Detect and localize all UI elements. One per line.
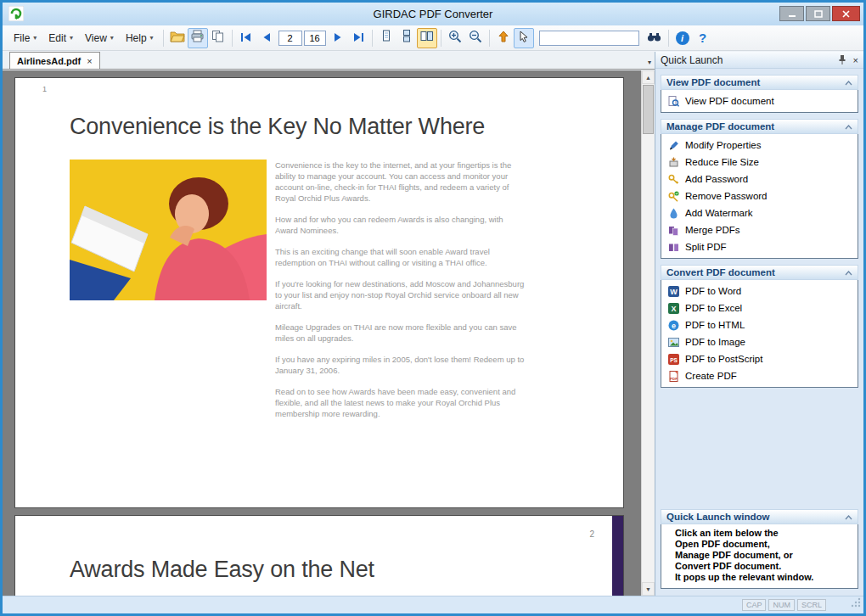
copy-button[interactable] — [208, 28, 228, 48]
section-header-view[interactable]: View PDF document — [661, 75, 858, 90]
ql-item-reduce-file-size[interactable]: Reduce File Size — [661, 154, 858, 171]
collapse-chevron-icon[interactable] — [845, 121, 852, 132]
quick-launch-info-text: Click an item below the Open PDF documen… — [661, 524, 858, 589]
toolbar-separator — [232, 30, 233, 47]
next-page-button[interactable] — [328, 28, 348, 48]
prev-page-button[interactable] — [256, 28, 277, 48]
scrollbar-thumb[interactable] — [643, 85, 654, 134]
tab-bar: AirlinesAd.pdf × ▾ — [3, 52, 655, 70]
menu-file-label: File — [14, 32, 30, 44]
pdf-page-1: 1 Convenience is the Key No Matter Where — [14, 77, 624, 508]
pdf-to-word-icon: W — [668, 286, 679, 297]
window-controls — [779, 6, 860, 21]
pin-icon[interactable] — [838, 54, 846, 65]
facing-view-button[interactable] — [417, 28, 437, 48]
info-button[interactable]: i — [672, 28, 693, 48]
section-view-pdf: View PDF document View PDF document — [661, 75, 858, 113]
section-body: W PDF to Word X PDF to Excel e PDF to HT… — [661, 280, 858, 388]
print-button[interactable] — [188, 28, 208, 48]
single-page-view-icon — [380, 30, 392, 46]
ql-item-label: PDF to Excel — [685, 303, 742, 313]
collapse-chevron-icon[interactable] — [845, 267, 852, 277]
menu-view[interactable]: View ▾ — [79, 29, 120, 48]
first-page-icon — [240, 31, 252, 46]
document-view[interactable]: 1 Convenience is the Key No Matter Where — [3, 70, 655, 596]
last-page-button[interactable] — [348, 28, 368, 48]
menu-help[interactable]: Help ▾ — [120, 29, 160, 48]
toolbar-separator — [372, 30, 373, 47]
menu-file[interactable]: File ▾ — [8, 29, 42, 48]
page-number: 2 — [589, 529, 594, 539]
single-page-view-button[interactable] — [376, 28, 396, 48]
tab-menu-button[interactable]: ▾ — [648, 59, 651, 66]
menu-edit[interactable]: Edit ▾ — [42, 29, 79, 48]
ql-item-label: Create PDF — [685, 371, 737, 381]
ql-item-pdf-to-image[interactable]: PDF to Image — [661, 333, 858, 350]
ql-item-pdf-to-postscript[interactable]: PS PDF to PostScript — [661, 350, 858, 367]
keyboard-indicators: CAP NUM SCRL — [742, 599, 826, 611]
tab-label: AirlinesAd.pdf — [17, 56, 81, 66]
ql-item-label: Merge PDFs — [685, 225, 740, 235]
resize-grip[interactable] — [851, 596, 861, 611]
title-bar[interactable]: GIRDAC PDF Converter — [3, 3, 863, 25]
search-input[interactable] — [539, 31, 639, 46]
pan-tool-button[interactable] — [493, 28, 514, 48]
select-tool-icon — [518, 31, 530, 46]
tab-airlinesad[interactable]: AirlinesAd.pdf × — [9, 52, 100, 69]
ql-item-pdf-to-html[interactable]: e PDF to HTML — [661, 316, 858, 333]
section-body: Modify Properties Reduce File Size Add P… — [661, 134, 858, 259]
zoom-out-button[interactable] — [465, 28, 486, 48]
page1-photo — [70, 160, 267, 300]
zoom-out-icon — [469, 30, 482, 47]
section-header-manage[interactable]: Manage PDF document — [661, 119, 858, 134]
page2-accent-bar — [612, 516, 623, 596]
ql-item-label: PDF to HTML — [685, 320, 745, 330]
caps-lock-indicator: CAP — [742, 599, 767, 611]
zoom-in-button[interactable] — [445, 28, 465, 48]
ql-item-add-password[interactable]: Add Password — [661, 171, 858, 188]
page-number: 1 — [42, 85, 47, 93]
find-button[interactable] — [644, 28, 665, 48]
ql-item-label: PDF to Word — [685, 286, 741, 296]
scroll-up-button[interactable]: ▲ — [642, 70, 655, 84]
section-header-info[interactable]: Quick Launch window — [661, 509, 858, 524]
open-button[interactable] — [167, 28, 188, 48]
page-number-input[interactable] — [278, 31, 302, 46]
ql-item-remove-password[interactable]: Remove Password — [661, 188, 858, 204]
ql-item-view-pdf-document[interactable]: View PDF document — [661, 92, 858, 109]
ql-item-label: Remove Password — [685, 191, 768, 201]
panel-close-icon[interactable]: × — [853, 55, 858, 65]
ql-item-pdf-to-excel[interactable]: X PDF to Excel — [661, 300, 858, 316]
pdf-to-html-icon: e — [668, 320, 679, 331]
section-convert-pdf: Convert PDF document W PDF to Word X PDF… — [661, 265, 858, 388]
split-pdf-icon — [668, 242, 679, 253]
tab-close-icon[interactable]: × — [87, 56, 92, 66]
minimize-button[interactable] — [779, 6, 804, 21]
ql-item-modify-properties[interactable]: Modify Properties — [661, 137, 858, 154]
reduce-file-size-icon — [668, 157, 679, 168]
chevron-down-icon: ▾ — [150, 34, 154, 42]
close-button[interactable] — [832, 6, 860, 21]
continuous-view-button[interactable] — [396, 28, 417, 48]
collapse-chevron-icon[interactable] — [845, 512, 852, 522]
ql-item-create-pdf[interactable]: PDF Create PDF — [661, 367, 858, 384]
create-pdf-icon: PDF — [668, 371, 679, 382]
maximize-button[interactable] — [806, 6, 830, 21]
section-header-convert[interactable]: Convert PDF document — [661, 265, 858, 280]
ql-item-split-pdf[interactable]: Split PDF — [661, 238, 858, 255]
toolbar-separator — [441, 30, 441, 47]
ql-item-add-watermark[interactable]: Add Watermark — [661, 204, 858, 221]
ql-item-merge-pdfs[interactable]: Merge PDFs — [661, 221, 858, 238]
quick-launch-header: Quick Launch × — [655, 52, 863, 69]
scroll-down-button[interactable]: ▼ — [642, 582, 655, 596]
select-tool-button[interactable] — [514, 28, 534, 48]
page1-body-text: Convenience is the key to the internet, … — [275, 160, 526, 429]
prev-page-icon — [261, 31, 272, 46]
svg-text:W: W — [670, 288, 678, 296]
collapse-chevron-icon[interactable] — [845, 77, 852, 87]
first-page-button[interactable] — [236, 28, 256, 48]
ql-item-pdf-to-word[interactable]: W PDF to Word — [661, 283, 858, 300]
help-button[interactable]: ? — [693, 28, 713, 48]
pdf-to-postscript-icon: PS — [668, 354, 679, 365]
vertical-scrollbar[interactable]: ▲ ▼ — [641, 70, 655, 596]
